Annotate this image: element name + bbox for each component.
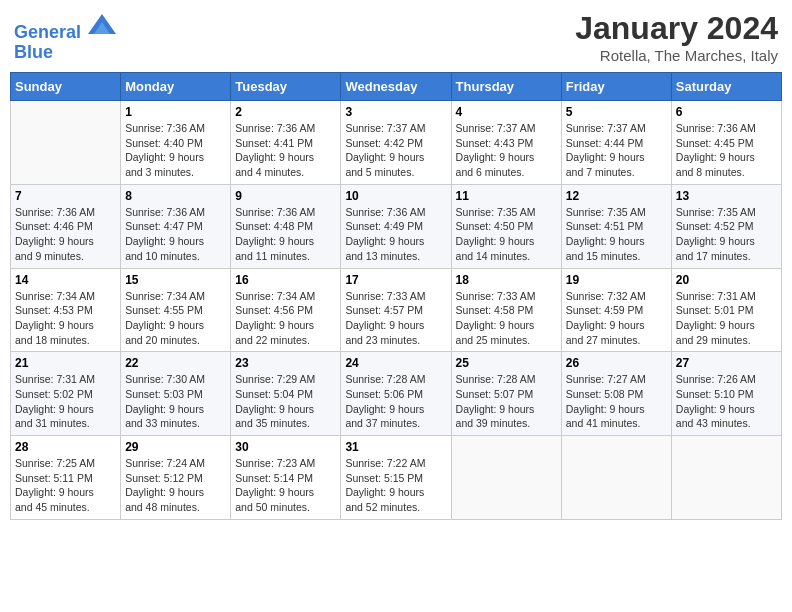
day-info: Sunrise: 7:36 AM Sunset: 4:47 PM Dayligh… bbox=[125, 205, 226, 264]
calendar-day-cell: 10Sunrise: 7:36 AM Sunset: 4:49 PM Dayli… bbox=[341, 184, 451, 268]
calendar-empty-cell bbox=[451, 436, 561, 520]
calendar-day-cell: 31Sunrise: 7:22 AM Sunset: 5:15 PM Dayli… bbox=[341, 436, 451, 520]
day-number: 3 bbox=[345, 105, 446, 119]
calendar-empty-cell bbox=[561, 436, 671, 520]
day-number: 10 bbox=[345, 189, 446, 203]
day-info: Sunrise: 7:30 AM Sunset: 5:03 PM Dayligh… bbox=[125, 372, 226, 431]
day-number: 25 bbox=[456, 356, 557, 370]
day-info: Sunrise: 7:36 AM Sunset: 4:45 PM Dayligh… bbox=[676, 121, 777, 180]
page-header: General Blue January 2024 Rotella, The M… bbox=[10, 10, 782, 64]
day-number: 13 bbox=[676, 189, 777, 203]
calendar-day-cell: 5Sunrise: 7:37 AM Sunset: 4:44 PM Daylig… bbox=[561, 101, 671, 185]
calendar-day-cell: 1Sunrise: 7:36 AM Sunset: 4:40 PM Daylig… bbox=[121, 101, 231, 185]
day-number: 27 bbox=[676, 356, 777, 370]
calendar-day-cell: 16Sunrise: 7:34 AM Sunset: 4:56 PM Dayli… bbox=[231, 268, 341, 352]
day-number: 9 bbox=[235, 189, 336, 203]
day-info: Sunrise: 7:36 AM Sunset: 4:48 PM Dayligh… bbox=[235, 205, 336, 264]
calendar-day-cell: 24Sunrise: 7:28 AM Sunset: 5:06 PM Dayli… bbox=[341, 352, 451, 436]
header-saturday: Saturday bbox=[671, 73, 781, 101]
calendar-day-cell: 3Sunrise: 7:37 AM Sunset: 4:42 PM Daylig… bbox=[341, 101, 451, 185]
day-number: 19 bbox=[566, 273, 667, 287]
day-info: Sunrise: 7:34 AM Sunset: 4:55 PM Dayligh… bbox=[125, 289, 226, 348]
calendar-day-cell: 27Sunrise: 7:26 AM Sunset: 5:10 PM Dayli… bbox=[671, 352, 781, 436]
day-info: Sunrise: 7:24 AM Sunset: 5:12 PM Dayligh… bbox=[125, 456, 226, 515]
page-title: January 2024 bbox=[575, 10, 778, 47]
calendar-day-cell: 19Sunrise: 7:32 AM Sunset: 4:59 PM Dayli… bbox=[561, 268, 671, 352]
day-info: Sunrise: 7:26 AM Sunset: 5:10 PM Dayligh… bbox=[676, 372, 777, 431]
calendar-day-cell: 2Sunrise: 7:36 AM Sunset: 4:41 PM Daylig… bbox=[231, 101, 341, 185]
day-number: 5 bbox=[566, 105, 667, 119]
logo-icon bbox=[88, 10, 116, 38]
calendar-week-row: 21Sunrise: 7:31 AM Sunset: 5:02 PM Dayli… bbox=[11, 352, 782, 436]
calendar-day-cell: 6Sunrise: 7:36 AM Sunset: 4:45 PM Daylig… bbox=[671, 101, 781, 185]
day-info: Sunrise: 7:35 AM Sunset: 4:51 PM Dayligh… bbox=[566, 205, 667, 264]
day-number: 4 bbox=[456, 105, 557, 119]
day-info: Sunrise: 7:29 AM Sunset: 5:04 PM Dayligh… bbox=[235, 372, 336, 431]
day-info: Sunrise: 7:22 AM Sunset: 5:15 PM Dayligh… bbox=[345, 456, 446, 515]
day-info: Sunrise: 7:36 AM Sunset: 4:41 PM Dayligh… bbox=[235, 121, 336, 180]
day-info: Sunrise: 7:23 AM Sunset: 5:14 PM Dayligh… bbox=[235, 456, 336, 515]
calendar-week-row: 14Sunrise: 7:34 AM Sunset: 4:53 PM Dayli… bbox=[11, 268, 782, 352]
logo-general: General bbox=[14, 22, 81, 42]
day-number: 22 bbox=[125, 356, 226, 370]
calendar-day-cell: 23Sunrise: 7:29 AM Sunset: 5:04 PM Dayli… bbox=[231, 352, 341, 436]
calendar-day-cell: 9Sunrise: 7:36 AM Sunset: 4:48 PM Daylig… bbox=[231, 184, 341, 268]
day-number: 18 bbox=[456, 273, 557, 287]
day-number: 15 bbox=[125, 273, 226, 287]
day-info: Sunrise: 7:28 AM Sunset: 5:06 PM Dayligh… bbox=[345, 372, 446, 431]
day-number: 23 bbox=[235, 356, 336, 370]
day-info: Sunrise: 7:33 AM Sunset: 4:57 PM Dayligh… bbox=[345, 289, 446, 348]
day-number: 1 bbox=[125, 105, 226, 119]
day-info: Sunrise: 7:37 AM Sunset: 4:43 PM Dayligh… bbox=[456, 121, 557, 180]
calendar-week-row: 28Sunrise: 7:25 AM Sunset: 5:11 PM Dayli… bbox=[11, 436, 782, 520]
day-info: Sunrise: 7:31 AM Sunset: 5:01 PM Dayligh… bbox=[676, 289, 777, 348]
day-info: Sunrise: 7:37 AM Sunset: 4:44 PM Dayligh… bbox=[566, 121, 667, 180]
calendar-day-cell: 20Sunrise: 7:31 AM Sunset: 5:01 PM Dayli… bbox=[671, 268, 781, 352]
calendar-day-cell: 29Sunrise: 7:24 AM Sunset: 5:12 PM Dayli… bbox=[121, 436, 231, 520]
calendar-day-cell: 28Sunrise: 7:25 AM Sunset: 5:11 PM Dayli… bbox=[11, 436, 121, 520]
day-number: 26 bbox=[566, 356, 667, 370]
day-number: 6 bbox=[676, 105, 777, 119]
calendar-day-cell: 14Sunrise: 7:34 AM Sunset: 4:53 PM Dayli… bbox=[11, 268, 121, 352]
day-info: Sunrise: 7:36 AM Sunset: 4:40 PM Dayligh… bbox=[125, 121, 226, 180]
day-number: 24 bbox=[345, 356, 446, 370]
day-info: Sunrise: 7:35 AM Sunset: 4:52 PM Dayligh… bbox=[676, 205, 777, 264]
logo-blue: Blue bbox=[14, 42, 53, 62]
calendar-day-cell: 30Sunrise: 7:23 AM Sunset: 5:14 PM Dayli… bbox=[231, 436, 341, 520]
header-sunday: Sunday bbox=[11, 73, 121, 101]
calendar-day-cell: 17Sunrise: 7:33 AM Sunset: 4:57 PM Dayli… bbox=[341, 268, 451, 352]
calendar-day-cell: 8Sunrise: 7:36 AM Sunset: 4:47 PM Daylig… bbox=[121, 184, 231, 268]
calendar-day-cell: 22Sunrise: 7:30 AM Sunset: 5:03 PM Dayli… bbox=[121, 352, 231, 436]
day-number: 31 bbox=[345, 440, 446, 454]
day-number: 30 bbox=[235, 440, 336, 454]
calendar-day-cell: 4Sunrise: 7:37 AM Sunset: 4:43 PM Daylig… bbox=[451, 101, 561, 185]
day-number: 8 bbox=[125, 189, 226, 203]
day-number: 11 bbox=[456, 189, 557, 203]
day-number: 17 bbox=[345, 273, 446, 287]
calendar-day-cell: 7Sunrise: 7:36 AM Sunset: 4:46 PM Daylig… bbox=[11, 184, 121, 268]
day-number: 2 bbox=[235, 105, 336, 119]
day-number: 12 bbox=[566, 189, 667, 203]
day-number: 28 bbox=[15, 440, 116, 454]
calendar-day-cell: 15Sunrise: 7:34 AM Sunset: 4:55 PM Dayli… bbox=[121, 268, 231, 352]
calendar-table: SundayMondayTuesdayWednesdayThursdayFrid… bbox=[10, 72, 782, 520]
day-number: 16 bbox=[235, 273, 336, 287]
calendar-day-cell: 25Sunrise: 7:28 AM Sunset: 5:07 PM Dayli… bbox=[451, 352, 561, 436]
day-number: 29 bbox=[125, 440, 226, 454]
day-info: Sunrise: 7:25 AM Sunset: 5:11 PM Dayligh… bbox=[15, 456, 116, 515]
logo: General Blue bbox=[14, 10, 116, 63]
header-wednesday: Wednesday bbox=[341, 73, 451, 101]
calendar-empty-cell bbox=[671, 436, 781, 520]
calendar-day-cell: 12Sunrise: 7:35 AM Sunset: 4:51 PM Dayli… bbox=[561, 184, 671, 268]
calendar-day-cell: 21Sunrise: 7:31 AM Sunset: 5:02 PM Dayli… bbox=[11, 352, 121, 436]
day-info: Sunrise: 7:34 AM Sunset: 4:53 PM Dayligh… bbox=[15, 289, 116, 348]
day-info: Sunrise: 7:33 AM Sunset: 4:58 PM Dayligh… bbox=[456, 289, 557, 348]
calendar-day-cell: 18Sunrise: 7:33 AM Sunset: 4:58 PM Dayli… bbox=[451, 268, 561, 352]
header-monday: Monday bbox=[121, 73, 231, 101]
day-number: 20 bbox=[676, 273, 777, 287]
day-info: Sunrise: 7:36 AM Sunset: 4:46 PM Dayligh… bbox=[15, 205, 116, 264]
page-subtitle: Rotella, The Marches, Italy bbox=[575, 47, 778, 64]
calendar-week-row: 7Sunrise: 7:36 AM Sunset: 4:46 PM Daylig… bbox=[11, 184, 782, 268]
day-info: Sunrise: 7:27 AM Sunset: 5:08 PM Dayligh… bbox=[566, 372, 667, 431]
calendar-week-row: 1Sunrise: 7:36 AM Sunset: 4:40 PM Daylig… bbox=[11, 101, 782, 185]
